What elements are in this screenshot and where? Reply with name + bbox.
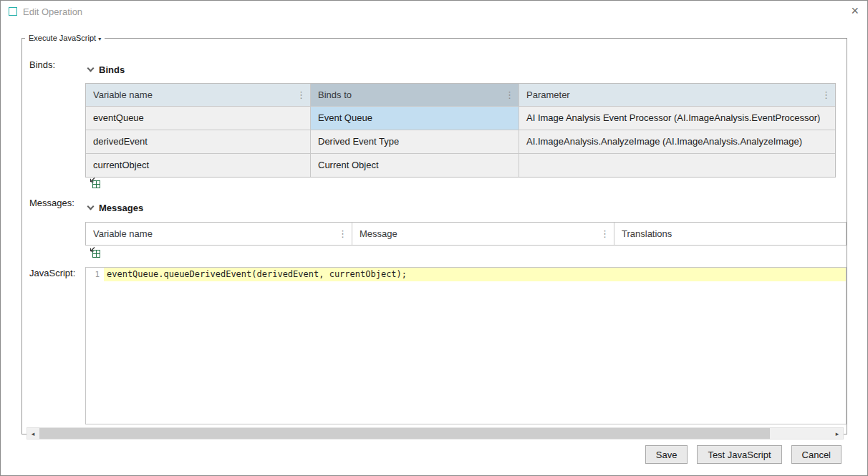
column-header-label: Variable name <box>93 89 153 100</box>
column-header-binds-to[interactable]: Binds to ⋮ <box>311 84 519 106</box>
cell-parameter[interactable]: AI Image Analysis Event Processor (AI.Im… <box>519 107 835 130</box>
test-javascript-button[interactable]: Test JavaScript <box>697 445 781 464</box>
messages-section-toggle[interactable]: Messages <box>88 203 143 213</box>
code-text: eventQueue.queueDerivedEvent(derivedEven… <box>104 268 846 281</box>
scroll-right-icon[interactable]: ▸ <box>831 428 843 439</box>
footer-buttons: Save Test JavaScript Cancel <box>645 445 842 464</box>
cell-binds-to[interactable]: Event Queue <box>311 107 519 130</box>
chevron-down-icon <box>87 65 95 72</box>
binds-label: Binds: <box>29 59 55 70</box>
dialog-title: Edit Operation <box>23 6 82 17</box>
column-header-label: Variable name <box>93 228 153 239</box>
cell-binds-to[interactable]: Derived Event Type <box>311 130 519 153</box>
edit-operation-dialog: Edit Operation × Execute JavaScript▾ Bin… <box>0 0 868 476</box>
table-row: eventQueue Event Queue AI Image Analysis… <box>86 107 835 130</box>
cell-binds-to[interactable]: Current Object <box>311 154 519 177</box>
javascript-editor[interactable]: 1 eventQueue.queueDerivedEvent(derivedEv… <box>85 267 847 424</box>
column-header-translations[interactable]: Translations <box>614 223 846 245</box>
save-button[interactable]: Save <box>645 445 688 464</box>
binds-table-header: Variable name ⋮ Binds to ⋮ Parameter ⋮ <box>86 84 835 107</box>
code-line[interactable]: 1 eventQueue.queueDerivedEvent(derivedEv… <box>86 268 846 281</box>
column-header-label: Parameter <box>526 89 570 100</box>
cell-parameter[interactable] <box>519 154 835 177</box>
column-menu-icon[interactable]: ⋮ <box>505 84 514 106</box>
column-menu-icon[interactable]: ⋮ <box>296 84 306 106</box>
horizontal-scrollbar[interactable]: ◂ ▸ <box>26 427 844 439</box>
cell-variable-name[interactable]: derivedEvent <box>86 130 311 153</box>
chevron-down-icon <box>87 203 95 210</box>
cancel-button[interactable]: Cancel <box>791 445 842 464</box>
operation-type-selector[interactable]: Execute JavaScript▾ <box>25 34 105 42</box>
scrollbar-thumb[interactable] <box>39 428 770 439</box>
column-menu-icon[interactable]: ⋮ <box>821 84 831 106</box>
messages-section-title: Messages <box>99 203 143 213</box>
binds-table: Variable name ⋮ Binds to ⋮ Parameter ⋮ e… <box>85 83 836 178</box>
binds-section-title: Binds <box>99 64 125 75</box>
cell-parameter[interactable]: AI.ImageAnalysis.AnalyzeImage (AI.ImageA… <box>519 130 835 153</box>
close-icon[interactable]: × <box>851 4 859 18</box>
binds-section-toggle[interactable]: Binds <box>88 64 125 75</box>
column-header-label: Translations <box>622 228 672 239</box>
binds-add-row-icon[interactable] <box>89 177 101 189</box>
messages-table: Variable name ⋮ Message ⋮ Translations <box>85 222 847 246</box>
messages-add-row-icon[interactable] <box>89 246 101 258</box>
column-header-label: Message <box>360 228 397 239</box>
column-header-message[interactable]: Message ⋮ <box>352 223 614 245</box>
cell-variable-name[interactable]: eventQueue <box>86 107 311 130</box>
messages-table-header: Variable name ⋮ Message ⋮ Translations <box>86 223 846 245</box>
table-row: derivedEvent Derived Event Type AI.Image… <box>86 130 835 154</box>
column-header-variable-name[interactable]: Variable name ⋮ <box>86 223 352 245</box>
column-header-label: Binds to <box>318 89 352 100</box>
dropdown-caret-icon: ▾ <box>98 36 101 42</box>
column-header-parameter[interactable]: Parameter ⋮ <box>519 84 835 106</box>
cell-variable-name[interactable]: currentObject <box>86 154 311 177</box>
scroll-left-icon[interactable]: ◂ <box>27 428 39 439</box>
column-menu-icon[interactable]: ⋮ <box>338 223 347 245</box>
javascript-label: JavaScript: <box>29 268 75 278</box>
window-icon <box>9 7 17 16</box>
operation-type-label: Execute JavaScript <box>29 34 96 42</box>
column-header-variable-name[interactable]: Variable name ⋮ <box>86 84 311 106</box>
titlebar: Edit Operation × <box>1 1 867 22</box>
operation-group: Execute JavaScript▾ Binds: Messages: Jav… <box>21 34 847 434</box>
messages-label: Messages: <box>29 198 74 208</box>
line-number: 1 <box>86 268 104 281</box>
table-row: currentObject Current Object <box>86 154 835 177</box>
column-menu-icon[interactable]: ⋮ <box>600 223 609 245</box>
